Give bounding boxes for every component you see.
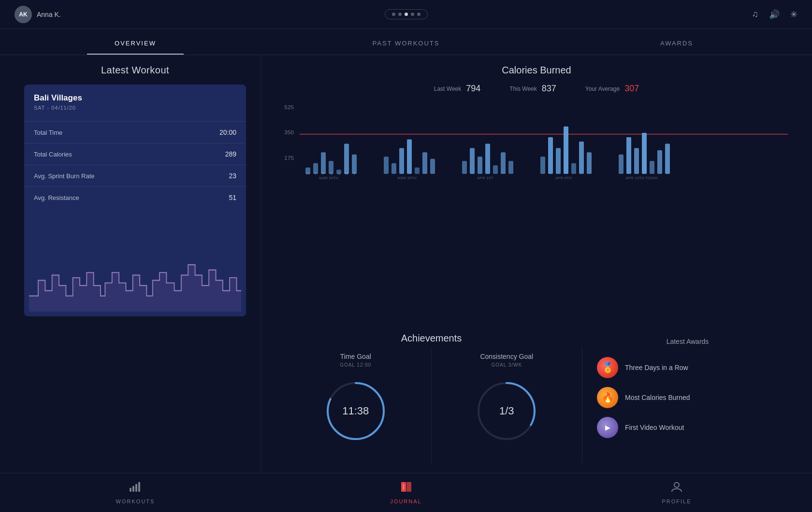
svg-rect-56 [132,486,134,492]
journal-icon [399,481,413,496]
nav-tabs: OVERVIEW PAST WORKOUTS AWARDS [0,29,812,55]
time-goal-label: Time Goal [340,353,371,360]
award-name-most-calories: Most Calories Burned [625,394,690,401]
nav-dot-4[interactable] [411,13,414,16]
awards-panel: Latest Awards 🏅 Three Days in a Row 🔥 Mo… [582,333,793,463]
stat-row-time: Total Time 20:00 [24,121,246,143]
workout-mini-chart [24,239,246,316]
svg-rect-26 [508,161,513,174]
svg-rect-22 [478,156,482,174]
svg-text:S: S [330,171,333,175]
svg-rect-15 [407,140,412,174]
tab-awards[interactable]: AWARDS [541,29,812,55]
latest-workout-title: Latest Workout [24,65,246,76]
award-icon-three-days: 🏅 [597,357,618,378]
average-label: Your Average [585,85,620,92]
svg-text:350: 350 [284,129,294,135]
nav-dot-1[interactable] [392,13,395,16]
svg-text:MAR 24TH: MAR 24TH [319,176,338,180]
svg-rect-40 [650,161,654,174]
nav-dot-2[interactable] [398,13,402,16]
journal-label: JOURNAL [390,498,421,504]
nav-dot-5[interactable] [417,13,420,16]
this-week-value: 837 [542,84,556,94]
stat-label-resistance: Avg. Resistance [34,194,79,201]
svg-rect-18 [430,159,435,174]
left-panel: Latest Workout Bali Villages SAT - 04/11… [0,55,261,473]
stat-row-resistance: Avg. Resistance 51 [24,186,246,208]
calories-title: Calories Burned [280,65,793,76]
tab-overview[interactable]: OVERVIEW [0,29,271,55]
svg-text:M: M [345,171,348,175]
svg-text:APR 6TH: APR 6TH [555,176,572,180]
time-goal-panel: Time Goal GOAL 12:00 11:38 [280,348,432,463]
svg-rect-31 [564,127,568,174]
user-info: AK Anna K. [14,6,61,23]
award-icon-most-calories: 🔥 [597,387,618,408]
svg-text:T: T [353,171,355,175]
svg-rect-14 [399,148,404,174]
bottom-nav: WORKOUTS JOURNAL PROFILE [0,473,812,512]
svg-rect-17 [422,152,427,174]
header-center [385,9,428,19]
time-goal-sublabel: GOAL 12:00 [340,362,371,368]
stat-value-time: 20:00 [219,128,236,136]
svg-rect-16 [415,168,420,174]
svg-rect-30 [556,148,561,174]
right-panel: Calories Burned Last Week 794 This Week … [261,55,812,473]
time-goal-circle: 11:38 [322,377,390,445]
svg-rect-21 [470,148,475,174]
svg-text:F: F [322,171,324,175]
bluetooth-icon[interactable]: ✳ [790,9,798,20]
workout-stats: Total Time 20:00 Total Calories 289 Avg.… [24,121,246,208]
stat-row-calories: Total Calories 289 [24,143,246,165]
profile-icon [670,481,683,496]
workout-card: Bali Villages SAT - 04/11/20 Total Time … [24,85,246,316]
nav-profile[interactable]: PROFILE [541,473,812,512]
stat-value-resistance: 51 [229,194,236,201]
svg-rect-39 [642,133,647,174]
header-icons: ♫ 🔊 ✳ [752,9,798,20]
dot-navigation[interactable] [385,9,428,19]
nav-dot-3[interactable] [405,13,408,16]
workouts-icon [129,481,142,496]
cal-stat-this-week: This Week 837 [509,84,556,94]
workout-card-header: Bali Villages SAT - 04/11/20 [24,85,246,117]
svg-text:MAR 30TH: MAR 30TH [397,176,417,180]
time-goal-value: 11:38 [342,405,369,417]
app-header: AK Anna K. ♫ 🔊 ✳ [0,0,812,29]
music-icon[interactable]: ♫ [752,9,758,19]
svg-rect-20 [462,161,467,174]
workout-date: SAT - 04/11/20 [34,105,236,111]
stat-label-sprint: Avg. Sprint Burn Rate [34,172,95,180]
average-value: 307 [624,84,639,94]
svg-rect-13 [392,163,396,174]
svg-text:T: T [314,171,317,175]
calories-stats: Last Week 794 This Week 837 Your Average… [280,84,793,94]
svg-text:W: W [306,171,310,175]
svg-rect-25 [501,152,506,174]
volume-icon[interactable]: 🔊 [769,9,780,20]
svg-rect-28 [540,156,545,174]
svg-text:175: 175 [284,156,294,161]
svg-rect-58 [138,482,140,492]
main-content: Latest Workout Bali Villages SAT - 04/11… [0,55,812,473]
nav-workouts[interactable]: WORKOUTS [0,473,271,512]
achievements-title: Achievements [280,333,582,344]
user-name: Anna K. [37,11,61,18]
svg-text:525: 525 [284,104,294,110]
award-name-three-days: Three Days in a Row [625,364,688,371]
svg-rect-36 [619,155,624,174]
tab-past-workouts[interactable]: PAST WORKOUTS [271,29,541,55]
awards-title: Latest Awards [597,338,778,345]
consistency-goal-sublabel: GOAL 3/WK [491,362,522,368]
svg-rect-9 [344,143,349,174]
calories-chart: 525 350 175 MAR 24TH [280,100,793,183]
nav-journal[interactable]: JOURNAL [271,473,541,512]
achievements-section: Achievements Time Goal GOAL 12:00 11:38 [280,333,793,463]
svg-text:APR 13TH TODAY: APR 13TH TODAY [625,176,658,180]
calories-section: Calories Burned Last Week 794 This Week … [280,65,793,323]
svg-rect-24 [493,165,498,174]
avatar: AK [14,6,32,23]
svg-rect-57 [135,484,137,492]
